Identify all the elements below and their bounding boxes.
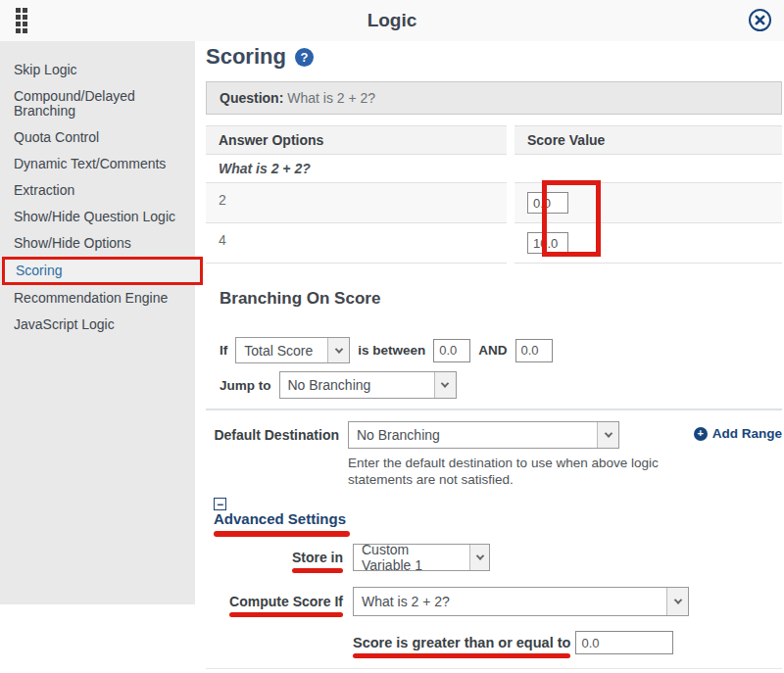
advanced-settings-toggle[interactable]: − Advanced Settings xyxy=(214,498,346,527)
scoring-panel: Scoring ? Question: What is 2 + 2? Answe… xyxy=(206,41,782,673)
table-header-row: Answer Options Score Value xyxy=(206,125,782,155)
score-value-input[interactable] xyxy=(527,192,568,214)
page-title: Scoring ? xyxy=(206,44,782,70)
advanced-settings-label: Advanced Settings xyxy=(214,510,346,527)
close-icon[interactable] xyxy=(748,8,772,32)
table-row: 2 xyxy=(206,183,782,223)
dialog-header: Logic xyxy=(0,0,784,41)
section-divider xyxy=(206,409,782,410)
group-question-label: What is 2 + 2? xyxy=(206,155,507,183)
jump-to-row: Jump to No Branching xyxy=(220,371,782,399)
store-in-label: Store in xyxy=(292,550,343,565)
chevron-down-icon xyxy=(597,422,618,448)
question-label: Question: xyxy=(220,90,283,106)
chevron-down-icon xyxy=(666,588,688,615)
score-value-input[interactable] xyxy=(527,232,568,254)
sidebar-item-scoring[interactable]: Scoring xyxy=(2,257,203,285)
question-box: Question: What is 2 + 2? xyxy=(206,81,782,115)
table-group-row: What is 2 + 2? xyxy=(206,155,782,183)
store-in-row: Store in Custom Variable 1 xyxy=(206,544,782,571)
compute-score-if-select-value: What is 2 + 2? xyxy=(362,594,450,609)
chevron-down-icon xyxy=(434,372,456,398)
chevron-down-icon xyxy=(327,338,349,362)
compute-score-if-select[interactable]: What is 2 + 2? xyxy=(353,587,689,616)
page-title-text: Scoring xyxy=(206,44,286,70)
store-in-select-value: Custom Variable 1 xyxy=(362,542,462,573)
default-destination-select[interactable]: No Branching xyxy=(348,421,619,449)
score-threshold-row: Score is greater than or equal to xyxy=(353,631,782,654)
default-destination-help-text: Enter the default destination to use whe… xyxy=(348,455,689,488)
is-between-label: is between xyxy=(358,343,425,358)
sidebar-item-quota-control[interactable]: Quota Control xyxy=(0,124,195,151)
question-text: What is 2 + 2? xyxy=(287,90,375,106)
score-source-select[interactable]: Total Score xyxy=(235,337,350,363)
table-row: 4 xyxy=(206,223,782,264)
column-header-score-value: Score Value xyxy=(514,125,782,155)
branching-on-score-title: Branching On Score xyxy=(220,289,782,309)
plus-icon: + xyxy=(694,427,708,441)
dialog-body: Skip Logic Compound/Delayed Branching Qu… xyxy=(0,41,784,673)
sidebar-item-recommendation-engine[interactable]: Recommendation Engine xyxy=(0,285,195,312)
jump-to-select-value: No Branching xyxy=(288,377,371,393)
score-threshold-label: Score is greater than or equal to xyxy=(353,635,570,650)
sidebar-item-show-hide-options[interactable]: Show/Hide Options xyxy=(0,230,195,257)
help-icon[interactable]: ? xyxy=(295,48,314,67)
sidebar-item-javascript-logic[interactable]: JavaScript Logic xyxy=(0,312,195,338)
range-max-input[interactable] xyxy=(515,339,553,362)
sidebar-item-dynamic-text-comments[interactable]: Dynamic Text/Comments xyxy=(0,151,195,177)
default-destination-row: Default Destination No Branching Enter t… xyxy=(206,421,782,488)
answer-option-label: 2 xyxy=(206,183,507,223)
sidebar-item-compound-delayed-branching[interactable]: Compound/Delayed Branching xyxy=(0,83,195,124)
score-source-select-value: Total Score xyxy=(244,343,313,359)
and-label: AND xyxy=(478,343,507,358)
default-destination-select-value: No Branching xyxy=(357,427,440,443)
sidebar-item-extraction[interactable]: Extraction xyxy=(0,177,195,204)
sidebar-item-show-hide-question-logic[interactable]: Show/Hide Question Logic xyxy=(0,204,195,230)
jump-to-select[interactable]: No Branching xyxy=(279,371,457,399)
answer-option-label: 4 xyxy=(206,223,507,264)
column-header-answer-options: Answer Options xyxy=(206,125,507,155)
logic-sidebar: Skip Logic Compound/Delayed Branching Qu… xyxy=(0,41,195,604)
store-in-select[interactable]: Custom Variable 1 xyxy=(353,544,490,571)
if-label: If xyxy=(220,343,227,358)
compute-score-if-label: Compute Score If xyxy=(229,594,343,609)
score-threshold-input[interactable] xyxy=(575,631,673,654)
jump-to-label: Jump to xyxy=(220,378,271,393)
default-destination-label: Default Destination xyxy=(206,421,339,443)
dialog-footer: Reset Save Question Logic xyxy=(206,668,782,673)
score-table: Answer Options Score Value What is 2 + 2… xyxy=(206,125,782,264)
sidebar-item-skip-logic[interactable]: Skip Logic xyxy=(0,57,195,83)
compute-score-if-row: Compute Score If What is 2 + 2? xyxy=(206,587,782,616)
chevron-down-icon xyxy=(469,545,489,570)
dialog-title: Logic xyxy=(0,10,784,31)
range-min-input[interactable] xyxy=(433,339,470,362)
branching-condition-row: If Total Score is between AND xyxy=(220,337,782,363)
add-range-label: Add Range xyxy=(712,426,782,441)
collapse-minus-icon: − xyxy=(214,498,226,510)
add-range-link[interactable]: + Add Range xyxy=(694,421,782,441)
